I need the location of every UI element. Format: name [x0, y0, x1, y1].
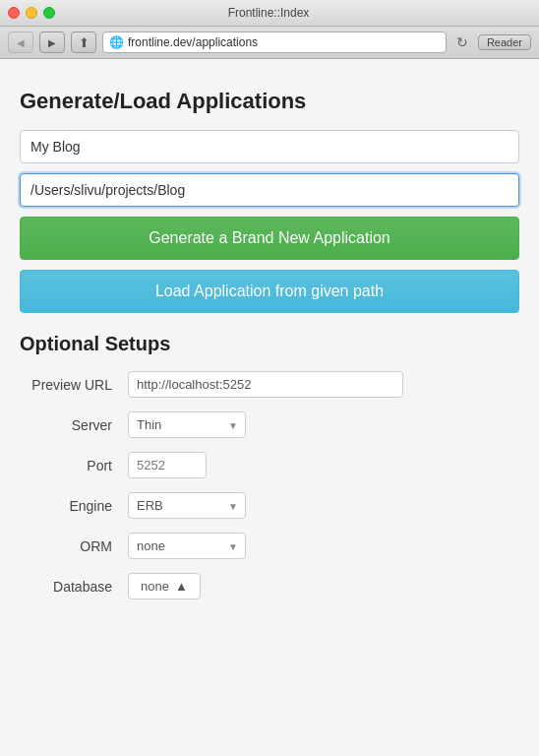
options-table: Preview URL Server Thin WEBrick Puma Uni… [20, 371, 519, 599]
back-icon: ◀ [17, 37, 25, 48]
browser-chrome: Frontline::Index ◀ ▶ ⬆ 🌐 frontline.dev/a… [0, 0, 539, 59]
preview-url-input[interactable] [128, 371, 403, 398]
orm-control: none ActiveRecord DataMapper Mongoid ▼ [128, 533, 519, 559]
app-name-input[interactable] [20, 130, 519, 163]
orm-row: ORM none ActiveRecord DataMapper Mongoid… [20, 533, 519, 559]
load-button[interactable]: Load Application from given path [20, 270, 519, 313]
app-name-group [20, 130, 519, 163]
share-button[interactable]: ⬆ [71, 32, 96, 53]
database-label: Database [20, 579, 128, 595]
url-text: frontline.dev/applications [128, 35, 440, 49]
back-button[interactable]: ◀ [8, 32, 33, 53]
database-row: Database none ▲ [20, 573, 519, 599]
engine-control: ERB Haml Slim ▼ [128, 492, 519, 519]
server-row: Server Thin WEBrick Puma Unicorn ▼ [20, 411, 519, 438]
refresh-button[interactable]: ↻ [452, 34, 472, 50]
orm-select[interactable]: none ActiveRecord DataMapper Mongoid [128, 533, 246, 559]
server-label: Server [20, 417, 128, 433]
preview-url-row: Preview URL [20, 371, 519, 398]
nav-bar: ◀ ▶ ⬆ 🌐 frontline.dev/applications ↻ Rea… [0, 27, 539, 58]
engine-row: Engine ERB Haml Slim ▼ [20, 492, 519, 519]
share-icon: ⬆ [79, 35, 90, 50]
generate-button[interactable]: Generate a Brand New Application [20, 217, 519, 260]
reader-button[interactable]: Reader [478, 34, 531, 50]
app-path-group [20, 173, 519, 207]
maximize-button[interactable] [43, 7, 55, 19]
engine-select[interactable]: ERB Haml Slim [128, 492, 246, 519]
refresh-icon: ↻ [456, 34, 468, 50]
engine-select-wrap: ERB Haml Slim ▼ [128, 492, 246, 519]
minimize-button[interactable] [26, 7, 37, 19]
preview-url-label: Preview URL [20, 377, 128, 393]
window-title: Frontline::Index [65, 6, 472, 20]
server-select[interactable]: Thin WEBrick Puma Unicorn [128, 411, 246, 438]
preview-url-control [128, 371, 519, 398]
database-control: none ▲ [128, 573, 519, 599]
forward-icon: ▶ [48, 37, 56, 48]
port-label: Port [20, 458, 128, 473]
traffic-lights [8, 7, 55, 19]
globe-icon: 🌐 [109, 35, 124, 49]
database-value: none [141, 579, 169, 594]
engine-label: Engine [20, 498, 128, 514]
port-row: Port [20, 452, 519, 478]
port-input[interactable] [128, 452, 207, 478]
server-select-wrap: Thin WEBrick Puma Unicorn ▼ [128, 411, 246, 438]
reader-label: Reader [487, 36, 522, 48]
generate-button-label: Generate a Brand New Application [149, 229, 389, 246]
url-bar[interactable]: 🌐 frontline.dev/applications [102, 32, 447, 53]
forward-button[interactable]: ▶ [39, 32, 65, 53]
server-control: Thin WEBrick Puma Unicorn ▼ [128, 411, 519, 438]
section1-title: Generate/Load Applications [20, 89, 519, 114]
title-bar: Frontline::Index [0, 0, 539, 27]
section2-title: Optional Setups [20, 333, 519, 355]
close-button[interactable] [8, 7, 20, 19]
database-dropdown-arrow: ▲ [175, 579, 188, 594]
app-path-input[interactable] [20, 173, 519, 207]
orm-select-wrap: none ActiveRecord DataMapper Mongoid ▼ [128, 533, 246, 559]
port-control [128, 452, 519, 478]
page-content: Generate/Load Applications Generate a Br… [0, 59, 539, 756]
orm-label: ORM [20, 538, 128, 554]
database-dropdown[interactable]: none ▲ [128, 573, 201, 599]
load-button-label: Load Application from given path [155, 283, 384, 299]
